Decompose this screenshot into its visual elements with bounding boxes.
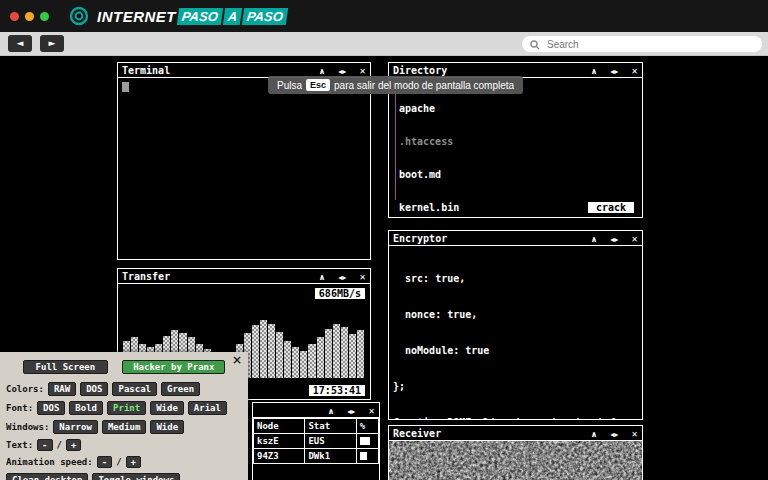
pct-cell — [356, 434, 378, 449]
progress-bar — [360, 452, 367, 460]
resize-icon[interactable]: ◂▸ — [347, 407, 355, 416]
anim-minus-button[interactable]: - — [97, 456, 112, 468]
search-input[interactable] — [545, 38, 754, 51]
windows-wide-button[interactable]: Wide — [150, 420, 184, 434]
text-minus-button[interactable]: - — [37, 439, 52, 451]
tree-item: apache — [399, 103, 638, 114]
text-slash: / — [57, 440, 62, 450]
code-line: }; — [393, 381, 638, 393]
window-dot-green-icon — [40, 12, 49, 21]
search-box[interactable] — [522, 36, 762, 52]
tree-item: boot.md — [399, 169, 638, 180]
receiver-static — [389, 441, 642, 480]
window-dot-yellow-icon — [25, 12, 34, 21]
collapse-icon[interactable]: ∧ — [328, 407, 335, 416]
tooltip-text-post: para salir del modo de pantalla completa — [334, 80, 514, 91]
resize-icon[interactable]: ◂▸ — [338, 273, 346, 282]
brand-text: INTERNET — [97, 8, 176, 25]
close-icon[interactable]: ✕ — [368, 407, 375, 416]
pct-cell — [356, 449, 378, 464]
node-cell: kszE — [254, 434, 305, 449]
code-line: nonce: true, — [393, 309, 638, 321]
encryptor-window: Encryptor ∧ ◂▸ ✕ src: true, nonce: true,… — [388, 230, 643, 420]
collapse-icon[interactable]: ∧ — [591, 430, 598, 439]
collapse-icon[interactable]: ∧ — [319, 273, 326, 282]
receiver-window: Receiver ∧ ◂▸ ✕ — [388, 425, 643, 480]
terminal-body[interactable] — [118, 78, 370, 260]
transfer-title: Transfer — [122, 271, 170, 282]
font-label: Font: — [6, 403, 33, 413]
close-icon[interactable]: ✕ — [359, 273, 366, 282]
windows-label: Windows: — [6, 422, 49, 432]
screen: INTERNET PASO A PASO ◄ ► Terminal ∧ — [0, 0, 768, 480]
full-screen-button[interactable]: Full Screen — [23, 360, 109, 374]
stat-cell: EUS — [305, 434, 356, 449]
brand-block-a: A — [223, 8, 243, 25]
nodes-header-node: Node — [254, 419, 305, 434]
esc-keycap: Esc — [306, 79, 330, 91]
hacker-desktop: Terminal ∧ ◂▸ ✕ Directory ∧ ◂▸ ✕ — [0, 56, 768, 480]
progress-bar — [360, 437, 371, 445]
color-green-button[interactable]: Green — [161, 382, 200, 396]
nodes-titlebar[interactable]: ∧ ◂▸ ✕ — [253, 403, 379, 418]
resize-icon[interactable]: ◂▸ — [610, 430, 618, 439]
terminal-cursor — [122, 82, 129, 92]
receiver-titlebar[interactable]: Receiver ∧ ◂▸ ✕ — [389, 426, 642, 441]
browser-toolbar: ◄ ► — [0, 32, 768, 56]
font-bold-button[interactable]: Bold — [69, 401, 103, 415]
tooltip-text-pre: Pulsa — [277, 80, 302, 91]
color-raw-button[interactable]: RAW — [48, 382, 76, 396]
receiver-title: Receiver — [393, 428, 441, 439]
animation-speed-label: Animation speed: — [6, 457, 93, 467]
collapse-icon[interactable]: ∧ — [591, 235, 598, 244]
font-dos-button[interactable]: DOS — [37, 401, 65, 415]
resize-icon[interactable]: ◂▸ — [338, 67, 346, 76]
collapse-icon[interactable]: ∧ — [319, 67, 326, 76]
text-plus-button[interactable]: + — [66, 439, 81, 451]
nodes-header-pct: % — [356, 419, 378, 434]
collapse-icon[interactable]: ∧ — [591, 67, 598, 76]
color-dos-button[interactable]: DOS — [80, 382, 108, 396]
transfer-titlebar[interactable]: Transfer ∧ ◂▸ ✕ — [118, 269, 370, 284]
close-icon[interactable]: ✕ — [359, 67, 366, 76]
table-row: 94Z3 DWk1 — [254, 449, 379, 464]
resize-icon[interactable]: ◂▸ — [610, 67, 618, 76]
forward-button[interactable]: ► — [40, 35, 64, 52]
encryptor-titlebar[interactable]: Encryptor ∧ ◂▸ ✕ — [389, 231, 642, 246]
crack-button[interactable]: crack — [588, 202, 634, 213]
hacker-by-pranx-button[interactable]: Hacker by Pranx — [122, 360, 225, 374]
brand-logo-icon — [69, 6, 89, 26]
windows-narrow-button[interactable]: Narrow — [53, 420, 98, 434]
brand-block-paso2: PASO — [242, 8, 288, 25]
nodes-window: ∧ ◂▸ ✕ Node Stat % kszE EUS — [252, 402, 380, 480]
color-pascal-button[interactable]: Pascal — [112, 382, 157, 396]
code-line: function DOMEval( code, node, doc ) { — [393, 417, 638, 420]
terminal-title: Terminal — [122, 65, 170, 76]
node-cell: 94Z3 — [254, 449, 305, 464]
encryptor-body: src: true, nonce: true, noModule: true }… — [389, 246, 642, 420]
windows-medium-button[interactable]: Medium — [102, 420, 147, 434]
resize-icon[interactable]: ◂▸ — [610, 235, 618, 244]
font-wide-button[interactable]: Wide — [150, 401, 184, 415]
font-arial-button[interactable]: Arial — [188, 401, 227, 415]
nodes-table: Node Stat % kszE EUS 94Z3 DWk1 — [253, 418, 379, 464]
code-line: src: true, — [393, 273, 638, 285]
site-header: INTERNET PASO A PASO — [0, 0, 768, 32]
close-icon[interactable]: ✕ — [631, 430, 638, 439]
settings-close-icon[interactable]: × — [232, 353, 242, 367]
toggle-windows-button[interactable]: Toggle windows — [92, 473, 180, 480]
brand-block-paso1: PASO — [177, 8, 223, 25]
close-icon[interactable]: ✕ — [631, 67, 638, 76]
settings-panel: × Full Screen Hacker by Pranx Colors: RA… — [0, 352, 248, 480]
tree-guide-line — [395, 92, 396, 200]
font-print-button[interactable]: Print — [107, 401, 146, 415]
text-size-label: Text: — [6, 440, 33, 450]
anim-plus-button[interactable]: + — [126, 456, 141, 468]
close-icon[interactable]: ✕ — [631, 235, 638, 244]
back-button[interactable]: ◄ — [8, 35, 32, 52]
clean-desktop-button[interactable]: Clean desktop — [6, 473, 88, 480]
stat-cell: DWk1 — [305, 449, 356, 464]
search-icon — [530, 35, 540, 54]
nodes-header-stat: Stat — [305, 419, 356, 434]
directory-body: apache .htaccess boot.md kernel.bin boot… — [389, 78, 642, 218]
